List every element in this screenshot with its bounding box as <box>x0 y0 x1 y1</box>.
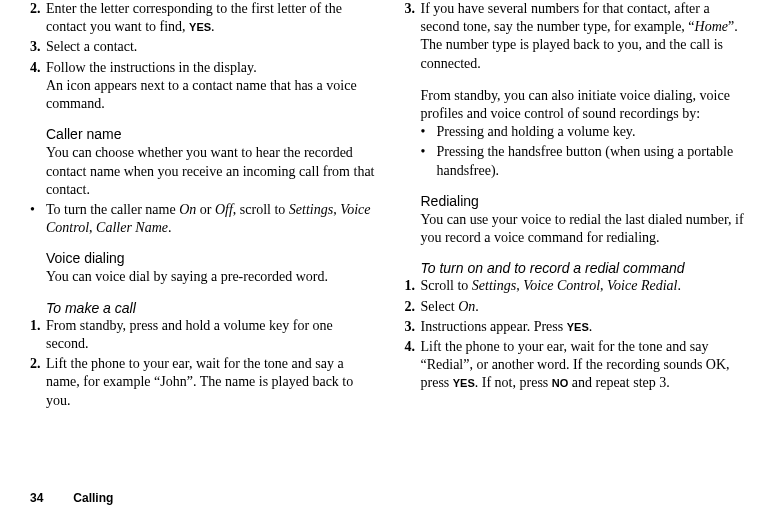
italic: Caller Name <box>96 220 168 235</box>
text: If you have several numbers for that con… <box>421 1 710 34</box>
bullet-text: Pressing the handsfree button (when usin… <box>437 143 752 179</box>
italic: Settings <box>289 202 333 217</box>
list-text: Scroll to Settings, Voice Control, Voice… <box>421 277 752 295</box>
redialing-section: Redialing You can use your voice to redi… <box>421 192 752 248</box>
list-text: Instructions appear. Press YES. <box>421 318 752 336</box>
text: An icon appears next to a contact name t… <box>46 78 357 111</box>
list-number: 4. <box>30 59 46 114</box>
text: and repeat step 3. <box>568 375 669 390</box>
list-number: 3. <box>405 0 421 73</box>
text: , scroll to <box>233 202 289 217</box>
text: , <box>89 220 96 235</box>
list-item: 3. Instructions appear. Press YES. <box>405 318 752 336</box>
italic: On <box>458 299 475 314</box>
list-number: 3. <box>30 38 46 56</box>
subheading: Voice dialing <box>46 249 377 267</box>
no-key: NO <box>552 377 569 389</box>
subheading: Caller name <box>46 125 377 143</box>
procedure-title: To make a call <box>46 299 377 317</box>
list-text: From standby, press and hold a volume ke… <box>46 317 377 353</box>
page-number: 34 <box>30 491 43 505</box>
italic: Settings <box>472 278 516 293</box>
text: , <box>600 278 607 293</box>
text: . <box>168 220 172 235</box>
paragraph: You can use your voice to redial the las… <box>421 211 752 247</box>
list-text: Enter the letter corresponding to the fi… <box>46 0 377 36</box>
list-text: If you have several numbers for that con… <box>421 0 752 73</box>
text: . <box>677 278 681 293</box>
list-number: 1. <box>405 277 421 295</box>
paragraph: From standby, you can also initiate voic… <box>421 87 752 123</box>
caller-name-section: Caller name You can choose whether you w… <box>46 125 377 199</box>
list-item: 3. Select a contact. <box>30 38 377 56</box>
list-number: 2. <box>30 0 46 36</box>
procedure-title: To turn on and to record a redial comman… <box>421 259 752 277</box>
yes-key: YES <box>567 321 589 333</box>
bullet-item: • Pressing the handsfree button (when us… <box>421 143 752 179</box>
paragraph: You can choose whether you want to hear … <box>46 144 377 199</box>
italic: On <box>179 202 196 217</box>
yes-key: YES <box>453 377 475 389</box>
text: Scroll to <box>421 278 472 293</box>
list-item: 2. Select On. <box>405 298 752 316</box>
text: or <box>196 202 215 217</box>
italic: Voice Redial <box>607 278 677 293</box>
list-number: 3. <box>405 318 421 336</box>
list-text: Lift the phone to your ear, wait for the… <box>46 355 377 410</box>
list-item: 2. Lift the phone to your ear, wait for … <box>30 355 377 410</box>
bullet-text: To turn the caller name On or Off, scrol… <box>46 201 377 237</box>
italic: Off <box>215 202 233 217</box>
list-text: Lift the phone to your ear, wait for the… <box>421 338 752 393</box>
list-number: 1. <box>30 317 46 353</box>
bullet-item: • To turn the caller name On or Off, scr… <box>30 201 377 237</box>
list-text: Follow the instructions in the display. … <box>46 59 377 114</box>
text: . <box>475 299 479 314</box>
text: . <box>211 19 215 34</box>
list-number: 2. <box>405 298 421 316</box>
list-item: 1. From standby, press and hold a volume… <box>30 317 377 353</box>
list-text: Select a contact. <box>46 38 377 56</box>
list-item: 2. Enter the letter corresponding to the… <box>30 0 377 36</box>
bullet: • <box>421 143 437 179</box>
italic: Home <box>695 19 728 34</box>
subheading: Redialing <box>421 192 752 210</box>
yes-key: YES <box>189 21 211 33</box>
list-text: Select On. <box>421 298 752 316</box>
section-name: Calling <box>73 491 113 505</box>
list-number: 2. <box>30 355 46 410</box>
bullet: • <box>421 123 437 141</box>
list-number: 4. <box>405 338 421 393</box>
list-item: 1. Scroll to Settings, Voice Control, Vo… <box>405 277 752 295</box>
list-item: 4. Lift the phone to your ear, wait for … <box>405 338 752 393</box>
text: Instructions appear. Press <box>421 319 567 334</box>
text: . If not, press <box>475 375 552 390</box>
bullet-item: • Pressing and holding a volume key. <box>421 123 752 141</box>
text: . <box>589 319 593 334</box>
paragraph: You can voice dial by saying a pre-recor… <box>46 268 377 286</box>
right-column: 3. If you have several numbers for that … <box>405 0 752 412</box>
list-item: 4. Follow the instructions in the displa… <box>30 59 377 114</box>
text: ”. <box>728 19 738 34</box>
text: Select <box>421 299 459 314</box>
text: Follow the instructions in the display. <box>46 60 257 75</box>
bullet: • <box>30 201 46 237</box>
italic: Voice Control <box>523 278 600 293</box>
left-column: 2. Enter the letter corresponding to the… <box>30 0 377 412</box>
bullet-text: Pressing and holding a volume key. <box>437 123 752 141</box>
text: The number type is played back to you, a… <box>421 37 723 70</box>
page-footer: 34Calling <box>30 491 113 507</box>
list-item: 3. If you have several numbers for that … <box>405 0 752 73</box>
voice-dialing-section: Voice dialing You can voice dial by sayi… <box>46 249 377 286</box>
text: To turn the caller name <box>46 202 179 217</box>
